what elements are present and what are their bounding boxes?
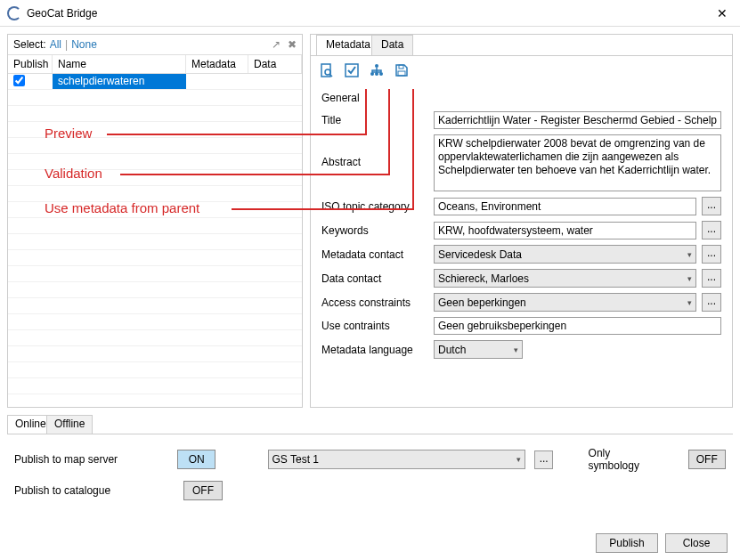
select-none-link[interactable]: None	[71, 38, 97, 51]
table-body: schelpdierwateren	[8, 74, 302, 407]
metadata-panel: Metadata Data General Title Kaderrichtli…	[310, 34, 733, 408]
panel-tabs: Metadata Data	[311, 35, 732, 56]
label-use: Use contraints	[321, 318, 428, 334]
row-data	[248, 74, 302, 89]
col-publish-header[interactable]: Publish	[8, 55, 53, 73]
label-publish-maps: Publish to map server	[14, 453, 168, 466]
parent-metadata-icon[interactable]	[370, 63, 384, 77]
access-select[interactable]: Geen beperkingen▾	[434, 293, 696, 312]
iso-field[interactable]: Oceans, Environment	[434, 198, 696, 215]
metadata-form: General Title Kaderrichtlijn Water - Reg…	[311, 85, 732, 369]
export-icon[interactable]: ↗	[272, 38, 281, 51]
table-header: Publish Name Metadata Data	[8, 54, 302, 74]
label-data-contact: Data contact	[321, 271, 428, 287]
delete-icon[interactable]: ✖	[288, 38, 297, 51]
close-icon[interactable]: ✕	[712, 6, 733, 20]
chevron-down-icon: ▾	[687, 298, 692, 307]
meta-contact-select[interactable]: Servicedesk Data▾	[434, 245, 696, 264]
select-label: Select:	[13, 38, 46, 51]
col-data-header[interactable]: Data	[248, 55, 302, 73]
label-access: Access constraints	[321, 295, 428, 311]
publish-maps-toggle[interactable]: ON	[177, 450, 215, 469]
chevron-down-icon: ▾	[516, 455, 521, 464]
data-contact-browse-button[interactable]: ...	[702, 269, 721, 288]
validation-icon[interactable]	[345, 63, 359, 77]
close-button[interactable]: Close	[665, 533, 728, 553]
titlebar: GeoCat Bridge ✕	[0, 0, 740, 27]
publish-catalogue-toggle[interactable]: OFF	[183, 481, 223, 500]
preview-icon[interactable]	[320, 63, 334, 77]
table-row[interactable]: schelpdierwateren	[8, 74, 302, 90]
chevron-down-icon: ▾	[514, 345, 518, 354]
publish-checkbox[interactable]	[13, 75, 25, 86]
server-select[interactable]: GS Test 1▾	[268, 450, 526, 469]
select-toolbar: Select: All | None ↗ ✖	[8, 35, 302, 54]
col-name-header[interactable]: Name	[53, 55, 186, 73]
separator: |	[65, 38, 68, 51]
tab-data[interactable]: Data	[371, 35, 413, 56]
meta-contact-browse-button[interactable]: ...	[702, 245, 721, 264]
layers-panel: Select: All | None ↗ ✖ Publish Name Meta…	[7, 34, 303, 408]
svg-point-4	[375, 64, 378, 68]
label-only-symbology: Only symbology	[589, 447, 662, 472]
keywords-browse-button[interactable]: ...	[702, 221, 721, 239]
abstract-field[interactable]: KRW schelpdierwater 2008 bevat de omgren…	[434, 134, 721, 191]
use-field[interactable]: Geen gebruiksbeperkingen	[434, 317, 721, 335]
lang-select[interactable]: Dutch▾	[434, 340, 523, 359]
data-contact-select[interactable]: Schiereck, Marloes▾	[434, 269, 696, 288]
access-browse-button[interactable]: ...	[702, 293, 721, 312]
main-content: Select: All | None ↗ ✖ Publish Name Meta…	[0, 27, 740, 527]
title-field[interactable]: Kaderrichtlijn Water - Register Bescherm…	[434, 111, 721, 129]
bottom-tabs: Online Offline	[7, 415, 733, 436]
publish-settings: Publish to map server ON GS Test 1▾ ... …	[7, 436, 733, 520]
only-symbology-toggle[interactable]: OFF	[688, 450, 726, 469]
chevron-down-icon: ▾	[687, 250, 692, 259]
chevron-down-icon: ▾	[687, 274, 692, 283]
tab-offline[interactable]: Offline	[46, 415, 93, 434]
col-metadata-header[interactable]: Metadata	[186, 55, 248, 73]
label-lang: Metadata language	[321, 342, 428, 358]
iso-browse-button[interactable]: ...	[702, 197, 721, 215]
label-meta-contact: Metadata contact	[321, 247, 428, 263]
publish-button[interactable]: Publish	[596, 533, 658, 553]
dialog-footer: Publish Close	[596, 533, 728, 553]
app-logo-icon	[7, 6, 21, 20]
keywords-field[interactable]: KRW, hoofdwatersysteem, water	[434, 222, 696, 239]
save-icon[interactable]	[394, 63, 409, 77]
metadata-toolbar	[311, 56, 732, 85]
server-browse-button[interactable]: ...	[534, 450, 553, 469]
label-publish-catalogue: Publish to catalogue	[14, 484, 175, 497]
row-metadata	[186, 74, 248, 89]
window-title: GeoCat Bridge	[27, 7, 97, 20]
label-keywords: Keywords	[321, 223, 428, 239]
select-all-link[interactable]: All	[50, 38, 61, 51]
row-name[interactable]: schelpdierwateren	[53, 74, 186, 89]
